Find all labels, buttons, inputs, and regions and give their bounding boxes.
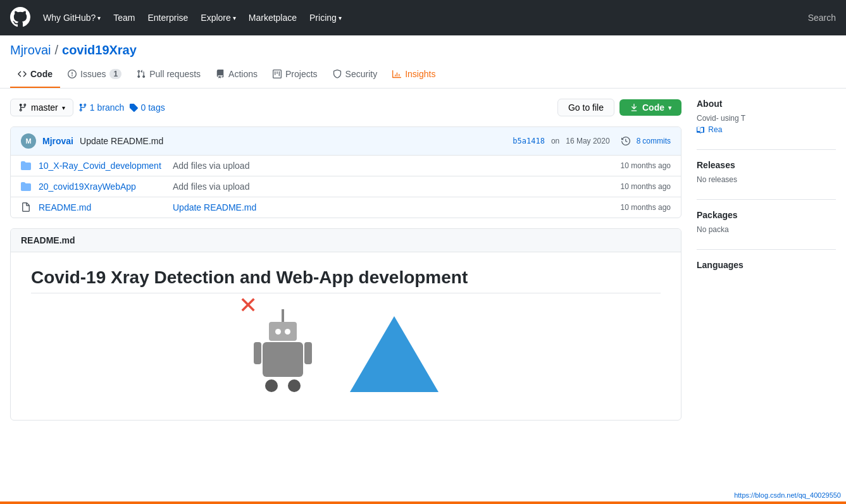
sidebar-packages-heading: Packages bbox=[697, 210, 836, 220]
commit-header: M Mjrovai Update README.md b5a1418 on 16… bbox=[11, 127, 681, 156]
nav-why-github-label: Why GitHub? bbox=[43, 13, 96, 23]
projects-icon bbox=[273, 70, 282, 78]
branch-name: master bbox=[31, 102, 58, 113]
file-name-3[interactable]: README.md bbox=[39, 202, 165, 212]
tab-insights-label: Insights bbox=[405, 69, 435, 79]
tags-label: tags bbox=[148, 102, 165, 113]
folder-icon bbox=[21, 161, 31, 171]
commits-count-link[interactable]: 8 commits bbox=[637, 137, 671, 145]
branch-chevron-icon: ▾ bbox=[62, 104, 65, 111]
download-icon bbox=[630, 103, 638, 112]
branches-icon bbox=[78, 103, 87, 112]
repo-toolbar: master ▾ 1 branch 0 tags Go to file Code… bbox=[10, 99, 681, 116]
go-to-file-button[interactable]: Go to file bbox=[557, 99, 614, 116]
file-row: README.md Update README.md 10 months ago bbox=[11, 197, 681, 218]
file-commit-3[interactable]: Update README.md bbox=[173, 202, 613, 212]
sidebar-about: About Covid- using T Rea bbox=[697, 99, 836, 134]
nav-team-label: Team bbox=[113, 13, 135, 23]
chevron-down-icon: ▾ bbox=[97, 15, 101, 22]
github-logo-icon bbox=[10, 7, 30, 27]
commit-message: Update README.md bbox=[80, 136, 163, 146]
commits-label: commits bbox=[642, 137, 671, 145]
sidebar-packages: Packages No packa bbox=[697, 199, 836, 234]
code-button-label: Code bbox=[642, 102, 664, 113]
sidebar-languages-heading: Languages bbox=[697, 260, 836, 270]
tab-actions[interactable]: Actions bbox=[208, 61, 265, 88]
breadcrumb-owner[interactable]: Mjrovai bbox=[10, 43, 51, 58]
actions-icon bbox=[216, 70, 225, 78]
file-date-3: 10 months ago bbox=[621, 203, 671, 212]
commit-box: M Mjrovai Update README.md b5a1418 on 16… bbox=[10, 126, 681, 218]
book-icon bbox=[697, 126, 704, 134]
breadcrumb-repo[interactable]: covid19Xray bbox=[62, 43, 137, 58]
sidebar-no-packages: No packa bbox=[697, 225, 836, 234]
tag-icon bbox=[129, 103, 138, 112]
breadcrumb-separator: / bbox=[54, 43, 58, 58]
code-button[interactable]: Code ▾ bbox=[619, 99, 681, 116]
readme-illustration: ✕ bbox=[31, 304, 661, 405]
tab-code[interactable]: Code bbox=[10, 61, 60, 88]
file-list: 10_X-Ray_Covid_development Add files via… bbox=[11, 156, 681, 218]
sidebar-no-releases: No releases bbox=[697, 175, 836, 184]
readme-content: Covid-19 Xray Detection and Web-App deve… bbox=[11, 252, 681, 420]
chevron-down-icon-3: ▾ bbox=[339, 15, 342, 22]
sidebar-about-text: Covid- using T bbox=[697, 114, 836, 123]
tab-security[interactable]: Security bbox=[325, 61, 385, 88]
sidebar: About Covid- using T Rea Releases No rel… bbox=[697, 99, 836, 421]
nav-why-github[interactable]: Why GitHub? ▾ bbox=[38, 9, 106, 27]
tab-pr-label: Pull requests bbox=[149, 69, 201, 79]
tab-insights[interactable]: Insights bbox=[385, 61, 443, 88]
nav-enterprise[interactable]: Enterprise bbox=[142, 9, 193, 27]
tab-security-label: Security bbox=[345, 69, 378, 79]
robot-illustration: ✕ bbox=[254, 309, 312, 392]
github-logo[interactable] bbox=[10, 7, 30, 29]
sidebar-releases: Releases No releases bbox=[697, 149, 836, 184]
file-date-2: 10 months ago bbox=[621, 182, 671, 191]
nav-team[interactable]: Team bbox=[108, 9, 140, 27]
commit-date: 16 May 2020 bbox=[566, 137, 609, 145]
branches-label: branch bbox=[97, 102, 125, 113]
nav-search[interactable]: Search bbox=[808, 13, 836, 23]
tab-issues-label: Issues bbox=[80, 69, 106, 79]
nav-pricing[interactable]: Pricing ▾ bbox=[304, 9, 347, 27]
nav-marketplace-label: Marketplace bbox=[249, 13, 297, 23]
file-commit-1: Add files via upload bbox=[173, 161, 613, 171]
sidebar-about-heading: About bbox=[697, 99, 836, 109]
insights-icon bbox=[392, 70, 401, 78]
file-row: 10_X-Ray_Covid_development Add files via… bbox=[11, 156, 681, 176]
branch-icon bbox=[18, 103, 27, 112]
avatar: M bbox=[21, 133, 36, 149]
chevron-down-icon-2: ▾ bbox=[233, 15, 236, 22]
readme-box: README.md Covid-19 Xray Detection and We… bbox=[10, 228, 681, 421]
tab-actions-label: Actions bbox=[228, 69, 258, 79]
file-name-2[interactable]: 20_covid19XrayWebApp bbox=[39, 181, 165, 192]
file-date-1: 10 months ago bbox=[621, 161, 671, 170]
nav-explore[interactable]: Explore ▾ bbox=[196, 9, 240, 27]
tab-issues[interactable]: Issues 1 bbox=[60, 61, 129, 88]
tab-issues-badge: 1 bbox=[109, 69, 121, 79]
file-name-1[interactable]: 10_X-Ray_Covid_development bbox=[39, 161, 165, 171]
branch-selector[interactable]: master ▾ bbox=[10, 99, 73, 116]
issue-icon bbox=[68, 70, 77, 78]
tab-projects[interactable]: Projects bbox=[265, 61, 325, 88]
repo-tabs: Code Issues 1 Pull requests Actions Proj… bbox=[0, 61, 846, 89]
tab-pull-requests[interactable]: Pull requests bbox=[129, 61, 208, 88]
security-icon bbox=[333, 70, 342, 78]
history-icon bbox=[621, 137, 630, 145]
sidebar-releases-heading: Releases bbox=[697, 160, 836, 170]
top-nav: Why GitHub? ▾ Team Enterprise Explore ▾ … bbox=[0, 0, 846, 35]
sidebar-languages: Languages bbox=[697, 249, 836, 270]
nav-marketplace[interactable]: Marketplace bbox=[244, 9, 302, 27]
file-commit-2: Add files via upload bbox=[173, 181, 613, 192]
breadcrumb: Mjrovai / covid19Xray bbox=[0, 35, 846, 61]
file-icon bbox=[21, 202, 31, 212]
commit-date-on: on bbox=[551, 137, 559, 145]
commit-hash[interactable]: b5a1418 bbox=[513, 137, 545, 145]
nav-enterprise-label: Enterprise bbox=[147, 13, 188, 23]
commit-author[interactable]: Mjrovai bbox=[42, 136, 73, 146]
folder-icon-2 bbox=[21, 181, 31, 192]
tags-link[interactable]: 0 tags bbox=[129, 102, 165, 113]
branches-link[interactable]: 1 branch bbox=[78, 102, 125, 113]
nav-pricing-label: Pricing bbox=[309, 13, 337, 23]
sidebar-readme-link: Rea bbox=[697, 125, 836, 134]
